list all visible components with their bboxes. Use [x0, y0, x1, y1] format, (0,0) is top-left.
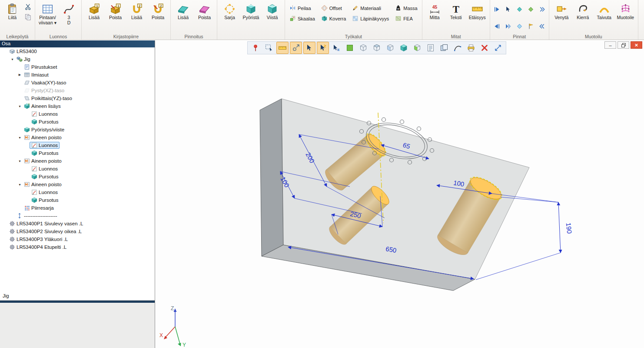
tree-item-lr53400[interactable]: LR53400	[0, 47, 155, 55]
ribbon-button-materiaali[interactable]: Materiaali	[349, 3, 392, 13]
3d-viewport[interactable]: 200 100 65 250 100 650 190 Z X Y E – ×	[155, 40, 644, 348]
ribbon-button-diamond[interactable]	[515, 4, 524, 14]
viewport-tool-snap-angle[interactable]	[290, 42, 302, 54]
ribbon-button-diamond2[interactable]	[515, 21, 524, 31]
ribbon-button-lis[interactable]: Lisää	[173, 1, 194, 26]
tree-item-pursotus[interactable]: Pursotus	[0, 118, 155, 126]
tree-item-pursotus[interactable]: Pursotus	[0, 173, 155, 181]
viewport-tool-pick-element[interactable]: E	[330, 42, 342, 54]
ribbon-button-copy[interactable]	[23, 13, 33, 22]
ribbon-button-py-rist[interactable]: Pyöristä	[240, 1, 262, 26]
tree-item-py-ristys-viiste[interactable]: Pyöristys/viiste	[0, 126, 155, 134]
tree-item-poikittais-yz-taso[interactable]: Poikittais(YZ)-taso	[0, 94, 155, 102]
viewport-tool-solid-box[interactable]	[398, 42, 410, 54]
fea-icon	[395, 15, 402, 22]
tree-item-pysty-xz-taso[interactable]: Pysty(XZ)-taso	[0, 87, 155, 94]
ribbon-button-liit[interactable]: Liitä	[2, 1, 23, 26]
tree-item-aineen-lis-ys[interactable]: ▼Aineen lisäys	[0, 102, 155, 110]
ribbon-button-tri-right[interactable]	[492, 4, 502, 14]
expand-arrow[interactable]: ▼	[17, 136, 22, 139]
expand-arrow[interactable]: ▶	[17, 73, 22, 77]
ribbon-button-diamond-green[interactable]	[526, 4, 536, 14]
ribbon-button-cursor-small[interactable]	[503, 4, 513, 14]
tree-item-luonnos[interactable]: Luonnos	[0, 188, 155, 196]
close-button[interactable]: ×	[631, 41, 642, 49]
ribbon-button-poista[interactable]: Poista	[194, 1, 215, 26]
viewport-tool-wire-box-section[interactable]	[384, 42, 396, 54]
tree-item-pursotus[interactable]: Pursotus	[0, 149, 155, 157]
viewport-tool-delete[interactable]	[478, 42, 491, 54]
ribbon-button-muotoile[interactable]: Muotoile	[615, 1, 636, 26]
tree-item-luonnos[interactable]: Luonnos	[0, 141, 155, 149]
ribbon-button-tri-left[interactable]	[492, 21, 502, 31]
ribbon-button-3-d[interactable]: 3 D	[58, 1, 80, 27]
viewport-tool-ruler[interactable]	[276, 42, 289, 54]
ribbon-button-fea[interactable]: FEA	[392, 14, 420, 23]
viewport-tool-fill-face[interactable]	[344, 42, 356, 54]
tree-item-vaaka-xy-taso[interactable]: Vaaka(XY)-taso	[0, 79, 155, 87]
ribbon-button-mitta[interactable]: 45Mitta	[424, 1, 445, 26]
viewport-tool-pin[interactable]	[249, 42, 262, 54]
box-left-face[interactable]	[260, 99, 283, 256]
tree-item-luonnos[interactable]: Luonnos	[0, 110, 155, 118]
restore-button[interactable]	[617, 41, 629, 49]
minimize-button[interactable]: –	[604, 41, 616, 49]
viewport-tool-box-green-face[interactable]	[411, 42, 423, 54]
viewport-tool-print[interactable]	[465, 42, 477, 54]
ribbon-button-offset[interactable]: Offset	[319, 3, 349, 13]
viewport-tool-spline[interactable]	[451, 42, 464, 54]
tree-item-lr53400p3-yl-kuori-l[interactable]: LR53400P3 Yläkuori .L	[0, 235, 155, 243]
ribbon-button-peilaa[interactable]: Peilaa	[287, 3, 318, 13]
tree-item-piirresarja[interactable]: Piirresarja	[0, 204, 155, 212]
ribbon-button-sarja[interactable]: Sarja	[219, 1, 240, 26]
tree-item-pursotus[interactable]: Pursotus	[0, 196, 155, 204]
expand-arrow[interactable]: ▼	[17, 160, 22, 163]
dimension-label[interactable]: 190	[565, 222, 574, 234]
viewport-tool-cursor-snap[interactable]	[317, 42, 329, 54]
ribbon-button-kierr[interactable]: Kierrä	[572, 1, 594, 26]
ribbon-button-taivuta[interactable]: Taivuta	[594, 1, 615, 26]
viewport-tool-feature-list[interactable]	[425, 42, 437, 54]
ribbon-button-massa[interactable]: mMassa	[392, 3, 420, 13]
viewport-tool-copy-layers[interactable]	[438, 42, 450, 54]
tree-item-aineen-poisto[interactable]: ▼Aineen poisto	[0, 181, 155, 188]
3d-model-scene[interactable]: 200 100 65 250 100 650 190 Z X Y	[155, 40, 644, 348]
ribbon-button-flag[interactable]	[526, 21, 536, 31]
tree-item-piirustukset[interactable]: Piirustukset	[0, 63, 155, 71]
ribbon-button-l-pin-kyvyys[interactable]: Läpinäkyvyys	[349, 14, 392, 23]
viewport-tool-select-area[interactable]	[263, 42, 275, 54]
ribbon-button-viist[interactable]: Viistä	[262, 1, 283, 26]
viewport-tool-cursor[interactable]	[303, 42, 315, 54]
ribbon-button-pintaan-viivaan[interactable]: Pintaan/ viivaan ▾	[37, 1, 58, 27]
viewport-tool-measure-arrow[interactable]	[492, 42, 504, 54]
tree-item-lr53400p2-sivulevy-oikea-l[interactable]: LR53400P2 Sivulevy oikea .L	[0, 228, 155, 235]
viewport-tool-wire-box-shaded[interactable]	[371, 42, 383, 54]
expand-arrow[interactable]: ▼	[17, 105, 22, 108]
feature-tree[interactable]: LR53400▼JigPiirustukset▶IlmiasutVaaka(XY…	[0, 47, 155, 291]
ribbon-button-et-isyys[interactable]: Etäisyys	[467, 1, 488, 26]
ribbon-button-chev-left[interactable]	[537, 21, 547, 31]
tree-item-lr53400p1-sivulevy-vasen-l[interactable]: LR53400P1 Sivulevy vasen .L	[0, 220, 155, 228]
ribbon-button-ok[interactable]: OK	[640, 1, 644, 26]
ribbon-button-cut[interactable]	[23, 2, 33, 11]
ribbon-button-poista[interactable]: 2Poista	[147, 1, 169, 26]
expand-arrow[interactable]: ▼	[17, 183, 22, 186]
ribbon-button-lis[interactable]: 1Lisää	[83, 1, 105, 26]
tree-item-luonnos[interactable]: Luonnos	[0, 165, 155, 173]
ribbon-button-chev-right[interactable]	[537, 4, 547, 14]
tree-item-21[interactable]: --------------------	[0, 212, 155, 220]
ribbon-button-skaalaa[interactable]: Skaalaa	[287, 14, 318, 23]
expand-arrow[interactable]: ▼	[10, 58, 15, 61]
ribbon-button-koverra[interactable]: Koverra	[319, 14, 349, 23]
tree-item-aineen-poisto[interactable]: ▼Aineen poisto	[0, 157, 155, 165]
ribbon-button-venyt[interactable]: Venytä	[551, 1, 572, 26]
tree-item-lr53400p4-etupelti-l[interactable]: LR53400P4 Etupelti .L	[0, 243, 155, 251]
tree-item-jig[interactable]: ▼Jig	[0, 55, 155, 63]
ribbon-button-lis[interactable]: 2Lisää	[126, 1, 147, 26]
tree-item-aineen-poisto[interactable]: ▼Aineen poisto	[0, 134, 155, 141]
ribbon-button-tri-pair[interactable]	[503, 21, 513, 31]
tree-item-ilmiasut[interactable]: ▶Ilmiasut	[0, 71, 155, 79]
viewport-tool-wire-box[interactable]	[357, 42, 369, 54]
ribbon-button-teksti[interactable]: TTeksti	[445, 1, 467, 26]
ribbon-button-poista[interactable]: 1Poista	[105, 1, 126, 26]
